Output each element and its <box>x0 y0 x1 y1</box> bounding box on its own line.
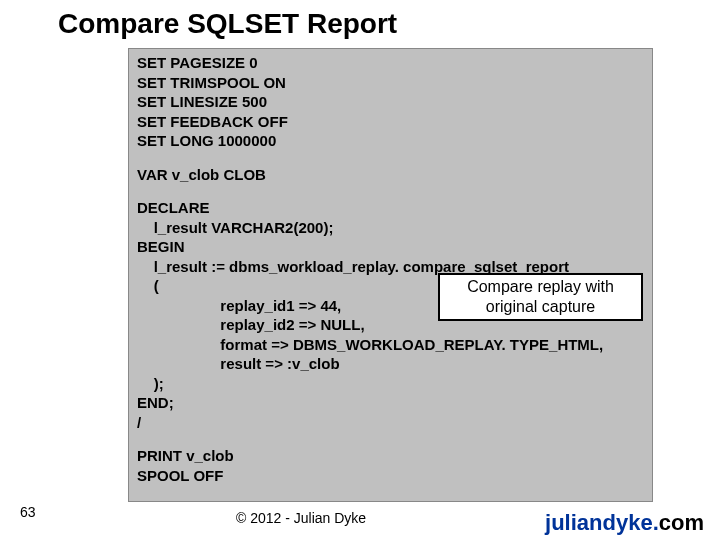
site-url: juliandyke.com <box>545 510 704 536</box>
slide-number: 63 <box>20 504 36 520</box>
annotation-callout: Compare replay with original capture <box>438 273 643 321</box>
site-domain: juliandyke. <box>545 510 659 535</box>
sql-var: VAR v_clob CLOB <box>137 165 644 185</box>
slide-title: Compare SQLSET Report <box>58 8 397 40</box>
sql-settings: SET PAGESIZE 0 SET TRIMSPOOL ON SET LINE… <box>137 53 644 151</box>
sql-tail: PRINT v_clob SPOOL OFF <box>137 446 644 485</box>
site-tld: com <box>659 510 704 535</box>
slide: Compare SQLSET Report SET PAGESIZE 0 SET… <box>0 0 720 540</box>
copyright-text: © 2012 - Julian Dyke <box>236 510 366 526</box>
